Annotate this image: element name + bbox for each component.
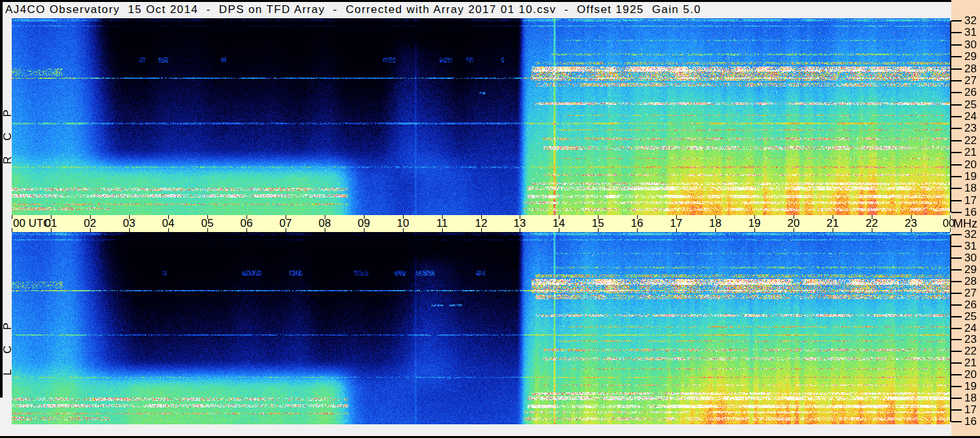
hour-tick-label: 06 (241, 218, 253, 229)
frequency-tick-label: 25 (964, 311, 977, 323)
frequency-tick-label: 29 (964, 51, 977, 63)
hour-tick-label: 05 (201, 218, 214, 229)
frequency-tick-label: 21 (964, 357, 977, 369)
hour-tick-label: 13 (514, 218, 526, 229)
hour-tick-label: 04 (162, 218, 175, 229)
frequency-tick (951, 316, 962, 317)
frequency-tick (951, 328, 962, 329)
frequency-tick-label: 24 (964, 111, 977, 123)
frequency-tick (951, 351, 962, 352)
frequency-tick-label: 17 (964, 404, 977, 416)
frequency-tick-label: 23 (964, 123, 977, 134)
frequency-tick (951, 32, 962, 33)
frequency-tick-label: 19 (964, 381, 977, 392)
frequency-tick-label: 27 (964, 75, 977, 87)
frequency-tick (951, 421, 962, 422)
frequency-tick (951, 68, 962, 70)
frequency-tick (951, 20, 962, 22)
frequency-tick (951, 44, 962, 46)
hour-tick-label: 08 (319, 218, 331, 229)
hour-tick-label: 15 (592, 218, 604, 229)
frequency-tick (951, 269, 962, 270)
hour-tick (12, 228, 12, 232)
frequency-tick (951, 164, 962, 166)
frequency-tick-label: 31 (964, 27, 977, 38)
frequency-tick-label: 20 (964, 159, 977, 171)
frequency-tick-label: 26 (964, 87, 977, 98)
hour-tick-label: 21 (827, 218, 839, 229)
frequency-tick (951, 304, 962, 306)
frequency-tick (951, 152, 962, 153)
rcp-polarization-label: RCP (1, 73, 12, 164)
frequency-tick-label: 22 (964, 135, 977, 147)
frequency-tick (951, 362, 962, 364)
frequency-tick (951, 374, 962, 375)
hour-tick-label: 01 (45, 218, 57, 229)
hour-tick-label: 22 (866, 218, 878, 229)
frequency-tick (951, 212, 962, 213)
frequency-tick (951, 80, 962, 81)
hour-tick-label: 09 (358, 218, 370, 229)
frequency-tick-label: 23 (964, 334, 977, 345)
hour-tick-label: 19 (749, 218, 761, 229)
hour-tick-label: 16 (631, 218, 644, 229)
frequency-tick (951, 234, 962, 235)
hour-tick-label: 20 (788, 218, 800, 229)
frequency-tick (951, 56, 962, 57)
frequency-tick-label: 26 (964, 299, 977, 311)
hour-tick-label: 18 (709, 218, 722, 229)
frequency-tick-label: 32 (964, 229, 977, 241)
frequency-tick-label: 32 (964, 15, 977, 27)
frequency-tick (951, 116, 962, 117)
frequency-tick-label: 24 (964, 323, 977, 334)
frequency-tick (951, 140, 962, 141)
frequency-tick-label: 27 (964, 287, 977, 299)
frequency-tick (951, 257, 962, 259)
hour-tick-label: 02 (84, 218, 97, 229)
hour-tick-label: 10 (397, 218, 409, 229)
frequency-tick (951, 128, 962, 129)
frequency-tick-label: 20 (964, 369, 977, 381)
frequency-tick-label: 16 (964, 207, 977, 218)
frequency-tick (951, 293, 962, 294)
app-window: AJ4CO Observatory 15 Oct 2014 - DPS on T… (0, 0, 980, 438)
frequency-tick (951, 200, 962, 201)
frequency-tick (951, 398, 962, 399)
frequency-tick-label: 28 (964, 276, 977, 287)
hour-tick-label: 11 (436, 218, 448, 229)
frequency-tick-label: 30 (964, 252, 977, 264)
frequency-tick (951, 409, 962, 411)
frequency-tick-label: 30 (964, 39, 977, 51)
frequency-tick (951, 92, 962, 93)
frequency-tick-label: 29 (964, 264, 977, 276)
frequency-tick (951, 104, 962, 106)
frequency-tick-label: 16 (964, 416, 977, 428)
frequency-tick-label: 18 (964, 392, 977, 404)
frequency-tick-label: 18 (964, 182, 977, 194)
window-title: AJ4CO Observatory 15 Oct 2014 - DPS on T… (5, 2, 701, 18)
frequency-tick-label: 28 (964, 63, 977, 75)
frequency-tick-label: 31 (964, 241, 977, 252)
rcp-spectrogram (12, 18, 950, 215)
frequency-tick (951, 339, 962, 340)
hour-tick-label: 07 (280, 218, 292, 229)
hour-tick-label: 12 (475, 218, 488, 229)
frequency-tick (951, 386, 962, 387)
time-axis: 00 UTC0102030405060708091011121314151617… (12, 215, 951, 232)
frequency-tick-label: 22 (964, 345, 977, 357)
frequency-tick (951, 246, 962, 247)
frequency-tick-label: 17 (964, 195, 977, 207)
hour-tick (12, 215, 12, 219)
hour-tick-label: 23 (905, 218, 917, 229)
frequency-tick (951, 188, 962, 189)
frequency-tick (951, 281, 962, 282)
frequency-tick-label: 21 (964, 147, 977, 158)
frequency-tick (951, 176, 962, 177)
lcp-polarization-label: LCP (1, 284, 12, 375)
lcp-spectrogram (12, 232, 950, 424)
hour-tick-label: 17 (670, 218, 683, 229)
frequency-tick-label: 25 (964, 99, 977, 111)
hour-tick-label: 03 (123, 218, 136, 229)
hour-tick-label: 14 (553, 218, 565, 229)
frequency-tick-label: 19 (964, 171, 977, 182)
